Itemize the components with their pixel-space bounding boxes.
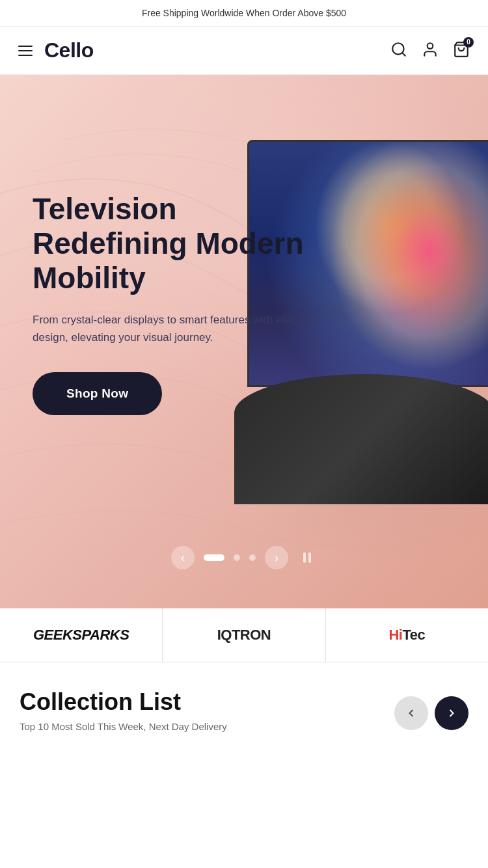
brand-iqtron[interactable]: IQTRON — [163, 608, 325, 662]
collection-nav — [394, 688, 468, 730]
brand-geeksparks[interactable]: GEEKSPARKS — [0, 608, 163, 662]
carousel-dot-1[interactable] — [204, 554, 224, 561]
collection-title: Collection List — [20, 688, 227, 716]
header-right: 0 — [390, 41, 470, 61]
cart-badge: 0 — [463, 37, 474, 47]
header: Cello 0 — [0, 27, 488, 75]
carousel-prev-button[interactable]: ‹ — [171, 546, 195, 569]
hero-content: Television Redefining Modern Mobility Fr… — [0, 75, 488, 415]
collection-subtitle: Top 10 Most Sold This Week, Next Day Del… — [20, 721, 227, 732]
header-left: Cello — [18, 38, 94, 62]
collection-section: Collection List Top 10 Most Sold This We… — [0, 662, 488, 752]
hero-title: Television Redefining Modern Mobility — [33, 192, 319, 295]
shop-now-button[interactable]: Shop Now — [33, 372, 162, 415]
logo: Cello — [44, 38, 94, 62]
hero-banner: Television Redefining Modern Mobility Fr… — [0, 75, 488, 608]
cart-icon[interactable]: 0 — [453, 41, 470, 61]
svg-line-1 — [402, 53, 405, 56]
brand-hitec-hi: Hi — [388, 627, 402, 644]
collection-text: Collection List Top 10 Most Sold This We… — [20, 688, 227, 732]
collection-prev-button[interactable] — [394, 696, 428, 730]
announcement-bar: Free Shipping Worldwide When Order Above… — [0, 0, 488, 27]
carousel-indicators: ‹ › — [171, 546, 317, 569]
brands-section: GEEKSPARKS IQTRON HiTec — [0, 608, 488, 662]
brand-hitec-tec: Tec — [402, 627, 425, 644]
announcement-text: Free Shipping Worldwide When Order Above… — [142, 8, 346, 18]
carousel-pause-button[interactable] — [297, 551, 317, 564]
hamburger-menu-icon[interactable] — [18, 46, 33, 56]
carousel-dot-2[interactable] — [234, 554, 240, 561]
hero-subtitle: From crystal-clear displays to smart fea… — [33, 311, 332, 346]
carousel-dot-3[interactable] — [249, 554, 256, 561]
collection-next-button[interactable] — [435, 696, 468, 730]
user-icon[interactable] — [422, 41, 439, 61]
brand-hitec[interactable]: HiTec — [326, 608, 488, 662]
svg-point-2 — [427, 43, 433, 49]
carousel-next-button[interactable]: › — [265, 546, 288, 569]
search-icon[interactable] — [390, 41, 407, 61]
